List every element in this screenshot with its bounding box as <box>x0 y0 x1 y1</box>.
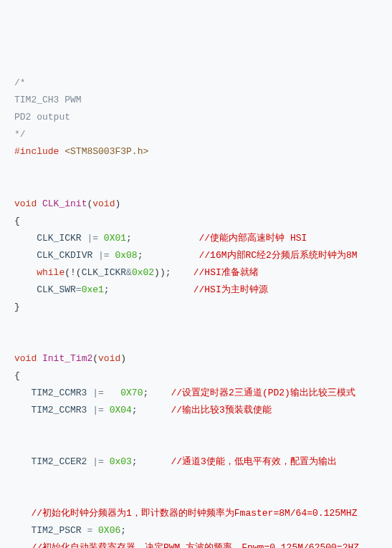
hex-literal: 0X06 <box>98 525 120 536</box>
identifier: CLK_ICKR <box>37 233 81 244</box>
hex-literal: 0xe1 <box>82 284 104 295</box>
blank-line <box>14 419 378 436</box>
paren: ( <box>92 353 98 364</box>
hex-literal: 0x08 <box>115 250 137 261</box>
identifier: TIM2_CCMR3 <box>31 388 87 398</box>
op: |= <box>92 250 115 261</box>
hex-literal: 0x02 <box>132 267 154 278</box>
brace-close: } <box>14 302 20 312</box>
op: |= <box>87 388 120 398</box>
identifier: TIM2_CCER2 <box>31 456 87 467</box>
paren: ) <box>120 353 126 364</box>
func-name: CLK_init <box>37 198 87 209</box>
keyword-while: while <box>37 267 64 278</box>
comment-inline: //HSI准备就绪 <box>193 267 259 278</box>
semicolon: ; <box>104 284 110 295</box>
identifier: TIM2_PSCR <box>31 525 81 536</box>
identifier: CLK_CKDIVR <box>37 250 92 261</box>
op: |= <box>82 233 104 244</box>
semicolon: ; <box>138 250 143 261</box>
identifier: CLK_SWR <box>37 284 76 295</box>
code-comment: PD2 output <box>14 112 70 122</box>
code-comment: */ <box>14 129 26 140</box>
code-comment: /* <box>14 77 26 88</box>
hex-literal: 0x03 <box>110 456 132 467</box>
semicolon: ; <box>132 405 138 415</box>
include-file: STM8S003F3P.h <box>70 146 143 157</box>
keyword-void: void <box>98 353 120 364</box>
comment-inline: //16M内部RC经2分频后系统时钟为8M <box>199 250 358 261</box>
comment-line: //初始化自动装载寄存器，决定PWM 方波的频率，Fpwm=0.125M/625… <box>31 542 359 548</box>
op: & <box>126 267 132 278</box>
op: = <box>76 284 82 295</box>
semicolon: ; <box>166 267 171 278</box>
comment-inline: //使能内部高速时钟 HSI <box>199 233 307 244</box>
comment-inline: //通道3使能，低电平有效，配置为输出 <box>171 456 336 467</box>
comment-inline: //输出比较3预装载使能 <box>171 405 271 415</box>
keyword-void: void <box>14 198 37 209</box>
semicolon: ; <box>132 456 138 467</box>
paren: (!( <box>64 267 81 278</box>
identifier: CLK_ICKR <box>82 267 126 278</box>
include-close: > <box>143 146 148 157</box>
hex-literal: 0X04 <box>110 405 132 415</box>
op: |= <box>87 456 109 467</box>
semicolon: ; <box>143 388 148 398</box>
include-open: < <box>59 146 70 157</box>
hex-literal: 0X70 <box>120 388 143 398</box>
blank-line <box>14 160 378 178</box>
semicolon: ; <box>120 525 126 536</box>
comment-inline: //设置定时器2三通道(PD2)输出比较三模式 <box>171 388 355 398</box>
semicolon: ; <box>126 233 132 244</box>
code-comment: TIM2_CH3 PWM <box>14 95 82 105</box>
func-name: Init_Tim2 <box>37 353 92 364</box>
brace-open: { <box>14 216 20 226</box>
paren: ) <box>115 198 120 209</box>
comment-inline: //HSI为主时钟源 <box>193 284 268 295</box>
include-directive: #include <box>14 146 59 157</box>
op: = <box>82 525 98 536</box>
identifier: TIM2_CCMR3 <box>31 405 87 415</box>
hex-literal: 0X01 <box>104 233 126 244</box>
blank-line <box>14 471 378 488</box>
comment-line: //初始化时钟分频器为1，即计数器的时钟频率为Fmaster=8M/64=0.1… <box>31 508 357 519</box>
op: |= <box>87 405 109 415</box>
blank-line <box>14 316 378 333</box>
keyword-void: void <box>14 353 37 364</box>
paren: )) <box>154 267 166 278</box>
keyword-void: void <box>92 198 115 209</box>
brace-open: { <box>14 370 20 381</box>
